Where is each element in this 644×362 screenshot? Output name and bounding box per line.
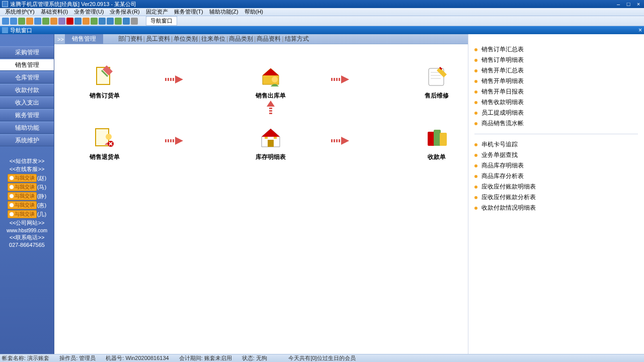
status-state: 状态: 无狗 [242,354,267,362]
nav-window-close[interactable]: × [638,27,642,34]
tool-icon-1[interactable] [2,18,9,25]
tool-icon-16[interactable] [123,18,130,25]
report-link[interactable]: 商品库存明细表 [474,160,638,171]
tool-icon-15[interactable] [115,18,122,25]
flow-canvas: 销售订货单 销售出库单 售后维修 [54,44,468,354]
tool-icon-3[interactable] [18,18,25,25]
tool-icon-13[interactable] [99,18,106,25]
sidebar-phone-title: <<联系电话>> [0,234,54,241]
report-link[interactable]: 收款付款情况明细表 [474,203,638,213]
status-machine: 机器号: Win20200816134 [106,354,169,362]
flow-inventory-detail[interactable]: 库存明细表 [246,126,296,161]
tool-icon-14[interactable] [107,18,114,25]
tool-icon-7[interactable] [50,18,57,25]
sidebar-nav-系统维护[interactable]: 系统维护 [0,134,54,146]
toolbar-crumb[interactable]: 导航窗口 [146,16,177,26]
svg-rect-27 [331,139,333,142]
report-link[interactable]: 员工提成明细表 [474,108,638,118]
tool-icon-8[interactable] [58,18,65,25]
breadcrumb-link[interactable]: 部门资料 [118,35,142,42]
menu-item[interactable]: 业务管理(U) [71,8,107,16]
flow-sales-out[interactable]: 销售出库单 [246,64,296,100]
sidebar-online[interactable]: <<在线客服>> [0,165,54,173]
sidebar-chat[interactable]: 与我交谈(马) [8,183,46,191]
report-link[interactable]: 商品库存分析表 [474,171,638,182]
arrow-icon [331,75,353,83]
report-link[interactable]: 串机卡号追踪 [474,139,638,150]
menu-item[interactable]: 基础资料(I) [38,8,71,16]
tool-icon-12[interactable] [91,18,98,25]
report-label: 销售开单日报表 [481,87,524,96]
report-link[interactable]: 销售开单日报表 [474,86,638,97]
report-link[interactable]: 销售开单汇总表 [474,65,638,76]
sidebar-chat[interactable]: 与我交谈(静) [8,192,46,200]
report-label: 串机卡号追踪 [481,140,518,149]
menu-item[interactable]: 帮助(H) [242,8,266,16]
tool-icon-9[interactable] [66,18,73,25]
svg-point-18 [106,134,112,140]
breadcrumb-link[interactable]: 结算方式 [285,35,309,42]
document-edit-icon [93,64,117,88]
report-link[interactable]: 业务单据查找 [474,150,638,160]
menu-item[interactable]: 辅助功能(Z) [206,8,242,16]
sidebar-chat[interactable]: 与我交谈(几) [8,210,46,218]
report-link[interactable]: 销售订单汇总表 [474,44,638,55]
status-period: 会计期间: 账套未启用 [179,354,232,362]
menu-item[interactable]: 业务报表(R) [107,8,142,16]
sidebar-nav-仓库管理[interactable]: 仓库管理 [0,71,54,83]
sidebar-nav-销售管理[interactable]: 销售管理 [0,59,54,71]
sidebar-chat[interactable]: 与我交谈(惠) [8,201,46,209]
sidebar-sms[interactable]: <<短信群发>> [0,157,54,165]
report-link[interactable]: 商品销售流水帐 [474,118,638,129]
report-link[interactable]: 销售开单明细表 [474,76,638,86]
status-birthday: 今天共有[0]位过生日的会员 [288,354,355,362]
sidebar-website-link[interactable]: www.hbst999.com [7,228,47,233]
flow-receipt[interactable]: 收款单 [412,126,462,161]
chat-badge-icon: 与我交谈 [8,201,37,209]
report-link[interactable]: 应收应付账款明细表 [474,182,638,192]
breadcrumb-link[interactable]: 商品类别 [229,35,253,42]
flow-sales-return[interactable]: 销售退货单 [79,126,130,161]
sidebar-chat[interactable]: 与我交谈(赵) [8,174,46,182]
sidebar-nav-账务管理[interactable]: 账务管理 [0,109,54,121]
report-label: 商品库存明细表 [481,161,524,170]
report-link[interactable]: 应收应付账款分析表 [474,192,638,203]
tool-icon-11[interactable] [83,18,90,25]
tool-icon-10[interactable] [74,18,82,25]
arrow-icon [165,137,187,145]
breadcrumb-link[interactable]: 往来单位 [201,35,225,42]
tool-icon-4[interactable] [26,18,33,25]
chat-name: (赵) [37,174,46,182]
nav-window-icon [2,27,8,33]
breadcrumb-link[interactable]: 单位类别 [174,35,198,42]
minimize-button[interactable]: – [615,1,622,7]
bullet-icon [474,90,477,94]
breadcrumb-link[interactable]: 员工资料 [146,35,170,42]
svg-rect-21 [168,139,169,142]
report-link[interactable]: 销售订单明细表 [474,55,638,65]
svg-rect-30 [339,139,340,142]
breadcrumb-sep: | [226,35,228,42]
sidebar-nav-辅助功能[interactable]: 辅助功能 [0,122,54,134]
menu-item[interactable]: 系统维护(Y) [2,8,38,16]
close-button[interactable]: × [635,1,642,7]
flow-sales-order[interactable]: 销售订货单 [79,64,130,100]
bullet-icon [474,154,477,157]
sidebar-nav-收款付款[interactable]: 收款付款 [0,84,54,96]
sidebar-nav-收入支出[interactable]: 收入支出 [0,97,54,109]
menu-item[interactable]: 账务管理(T) [171,8,206,16]
sidebar-website-title: <<公司网站>> [0,219,54,227]
tool-icon-17[interactable] [131,18,138,25]
svg-rect-2 [168,78,169,81]
tool-icon-5[interactable] [34,18,41,25]
tool-icon-2[interactable] [10,18,17,25]
report-link[interactable]: 销售收款明细表 [474,97,638,108]
breadcrumb-sep: | [143,35,145,42]
breadcrumb-link[interactable]: 商品资料 [257,35,281,42]
sidebar-nav-采购管理[interactable]: 采购管理 [0,46,54,58]
maximize-button[interactable]: □ [625,1,632,7]
tool-icon-6[interactable] [42,18,49,25]
bullet-icon [474,69,477,72]
menu-item[interactable]: 固定资产 [143,8,171,16]
flow-after-service[interactable]: 售后维修 [412,64,462,100]
